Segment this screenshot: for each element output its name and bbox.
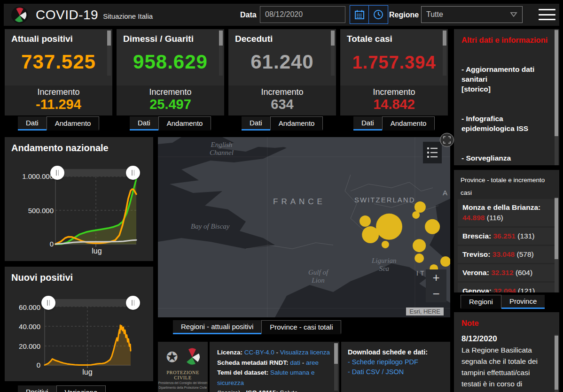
province-value: 32.312 [491, 269, 513, 277]
card-scrollbar[interactable] [443, 31, 446, 76]
map-label-austria: A [443, 189, 447, 197]
link-infografica-iss[interactable]: - Infografica epidemiologica ISS [461, 114, 548, 133]
province-row: Brescia: 36.251 (131) [458, 228, 555, 245]
card-attuali-positivi: Attuali positivi 737.525 Incremento -11.… [5, 29, 112, 115]
scrollbar[interactable] [334, 343, 338, 391]
expand-arrows-icon [443, 136, 451, 144]
ytick-500000: 500.000 [11, 207, 54, 215]
map-expand-button[interactable] [440, 133, 454, 147]
calendar-button[interactable] [350, 6, 369, 23]
trefoil-logo-icon [11, 6, 29, 24]
province-delta: (578) [517, 250, 534, 258]
time-slider-handle-right[interactable] [126, 296, 140, 310]
tab-dati[interactable]: Dati [353, 116, 382, 131]
province-row: Monza e della Brianza: 44.898 (116) [458, 199, 555, 226]
ytick-1000000: 1.000.000 [11, 172, 54, 180]
nuovi-chart[interactable] [45, 302, 131, 365]
map-label-gulf-of-lion: Gulf of Lion [308, 269, 328, 284]
tab-province[interactable]: Province [501, 295, 545, 309]
map-bubble[interactable] [425, 219, 440, 234]
separator: - [300, 359, 306, 366]
province-name: Brescia: [462, 232, 491, 240]
license-link[interactable]: CC-BY-4.0 [244, 349, 274, 356]
tab-andamento[interactable]: Andamento [270, 116, 323, 131]
xtick-lug: lug [80, 247, 114, 255]
andamento-chart[interactable] [55, 172, 136, 244]
note-body: La Regione Basilicata segnala che il tot… [454, 345, 559, 392]
andamento-nazionale-panel: Andamento nazionale 1.000.000 500.000 0 … [5, 137, 153, 261]
link-sorveglianza-regioni[interactable]: - Sorveglianza settimanale Regioni [461, 153, 548, 165]
card-increment: Incremento -11.294 [5, 85, 112, 115]
burger-bar [539, 14, 555, 15]
ytick-0: 0 [11, 240, 54, 248]
map-bubble[interactable] [412, 211, 420, 219]
increment-value: -11.294 [5, 97, 112, 111]
tab-andamento[interactable]: Andamento [47, 116, 100, 131]
footer-logo-sub1: Presidenza del Consiglio dei Ministri [158, 381, 208, 385]
legend-button[interactable] [423, 142, 442, 163]
map-bubble[interactable] [440, 256, 450, 267]
menu-button[interactable] [539, 9, 555, 20]
regione-select[interactable]: Tutte [421, 6, 523, 23]
link-aggiornamento-dati-sanitari[interactable]: - Aggiornamento dati sanitari [storico] [461, 64, 548, 94]
map-bubble[interactable] [413, 239, 426, 252]
map-panel[interactable]: English Channel FRANCE SWITZERLAND Bay o… [158, 137, 450, 317]
tab-andamento[interactable]: Andamento [382, 116, 435, 131]
map-bubble[interactable] [414, 254, 424, 263]
tab-dati[interactable]: Dati [242, 116, 270, 131]
tab-regioni[interactable]: Regioni [461, 295, 501, 309]
nuovi-tabs: Positivi Variazione [5, 385, 106, 392]
card-title: Dimessi / Guariti [117, 29, 224, 44]
time-button[interactable] [369, 6, 388, 23]
scrollbar[interactable] [555, 29, 558, 165]
card-attuali-positivi-col: Attuali positivi 737.525 Incremento -11.… [5, 29, 112, 131]
dati-csv-json-link[interactable]: - Dati CSV / JSON [348, 367, 444, 377]
map-attribution: Esri, HERE [406, 307, 444, 315]
time-slider-track[interactable] [57, 169, 133, 177]
license-label: Licenza: [217, 349, 242, 356]
card-scrollbar[interactable] [219, 31, 223, 76]
increment-label: Incremento [340, 87, 448, 97]
date-input[interactable]: 08/12/2020 [260, 6, 345, 23]
zoom-in-button[interactable]: + [426, 269, 446, 286]
card-scrollbar[interactable] [331, 31, 335, 76]
province-delta: (121) [518, 287, 535, 292]
tab-positivi[interactable]: Positivi [18, 385, 56, 392]
tab-andamento[interactable]: Andamento [158, 116, 211, 131]
time-slider-handle-left[interactable] [41, 296, 55, 310]
iso-line: (Inspire) - ISO 19115: Salute [217, 388, 332, 392]
card-totale-casi: Totale casi 1.757.394 Incremento 14.842 [340, 29, 448, 115]
map-bubble[interactable] [382, 241, 389, 248]
tab-province-casi-totali[interactable]: Province - casi totali [261, 320, 341, 334]
card-increment: Incremento 25.497 [117, 85, 224, 115]
footer-logo-title: PROTEZIONE CIVILE [158, 370, 208, 380]
ytick-40000: 40.000 [11, 323, 40, 331]
burger-bar [539, 19, 555, 20]
map-label-bay-of-biscay: Bay of Biscay [191, 223, 229, 231]
map-bubble[interactable] [376, 214, 402, 240]
scrollbar[interactable] [555, 197, 558, 292]
visualizza-licenza-link[interactable]: Visualizza licenza [280, 349, 330, 356]
time-slider-handle-right[interactable] [126, 166, 140, 180]
dati-link[interactable]: dati [290, 359, 300, 366]
card-scrollbar[interactable] [107, 31, 111, 76]
tab-variazione[interactable]: Variazione [56, 385, 106, 392]
card-dimessi-guariti: Dimessi / Guariti 958.629 Incremento 25.… [117, 29, 224, 115]
tab-dati[interactable]: Dati [130, 116, 158, 131]
schede-riepilogo-pdf-link[interactable]: - Schede riepilogo PDF [348, 357, 444, 367]
scrollbar[interactable] [555, 335, 558, 392]
map-bubble[interactable] [414, 201, 426, 213]
map-bubble[interactable] [360, 215, 371, 227]
time-slider-track[interactable] [48, 299, 133, 307]
card-value: 958.629 [117, 51, 224, 73]
aree-link[interactable]: aree [306, 359, 319, 366]
note-date: 8/12/2020 [454, 328, 559, 345]
tab-regioni-attuali-positivi[interactable]: Regioni - attuali positivi [173, 320, 261, 334]
map-zoom-control: + − [426, 269, 446, 302]
tab-dati[interactable]: Dati [18, 116, 47, 131]
province-row: Verona: 32.312 (604) [458, 264, 555, 281]
metadata-line: Scheda metadati RNDT: dati - aree [217, 358, 332, 368]
burger-bar [539, 9, 555, 10]
time-slider-handle-left[interactable] [50, 166, 64, 180]
zoom-out-button[interactable]: − [426, 286, 446, 302]
